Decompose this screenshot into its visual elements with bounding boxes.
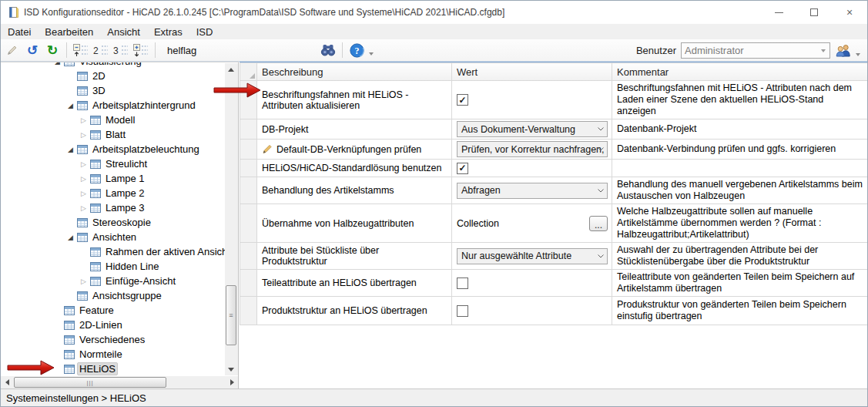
chevron-down-icon (598, 147, 604, 151)
row-gutter-cell[interactable] (240, 160, 257, 177)
tree-item-normteile[interactable]: Normteile (1, 347, 225, 362)
tree-item-blatt[interactable]: ▷Blatt (1, 127, 225, 142)
search-input[interactable] (166, 42, 318, 58)
tree-item-label: Ansichtsgruppe (90, 289, 164, 302)
tree-item-rahmen-der-aktiven-ansicht[interactable]: Rahmen der aktiven Ansicht (1, 244, 225, 259)
checkbox-unchecked[interactable] (457, 305, 468, 317)
edit-button[interactable] (3, 41, 22, 59)
scroll-down-button[interactable] (225, 363, 237, 375)
toolbar-overflow-button[interactable] (367, 42, 376, 59)
collapsed-triangle-icon[interactable]: ▷ (77, 175, 90, 183)
collapsed-triangle-icon[interactable]: ▷ (77, 116, 90, 124)
tree-vertical-scrollbar[interactable]: ≡ (225, 63, 238, 375)
column-header-beschreibung[interactable]: Beschreibung (257, 63, 452, 81)
row-gutter-cell[interactable] (240, 243, 257, 270)
setting-description: Übernahme von Halbzeugattributen (262, 218, 414, 229)
toolbar-separator (342, 42, 343, 58)
value-dropdown[interactable]: Abfragen (457, 183, 608, 199)
table-settings-icon (64, 62, 77, 66)
row-gutter-cell[interactable] (240, 140, 257, 160)
tree-item-ansichten[interactable]: ◢Ansichten (1, 230, 225, 244)
tree-item-visualisierung[interactable]: ◢Visualisierung (1, 62, 225, 69)
menu-bearbeiten[interactable]: Bearbeiten (38, 25, 100, 39)
collapsed-triangle-icon[interactable]: ▷ (77, 204, 90, 212)
tree-item-streulicht[interactable]: ▷Streulicht (1, 156, 225, 171)
tree-item-label: Blatt (103, 128, 128, 141)
close-button[interactable]: × (832, 1, 867, 24)
checkbox-checked[interactable]: ✓ (457, 94, 468, 106)
collapsed-triangle-icon[interactable]: ▷ (77, 278, 90, 285)
expand-level-2-button[interactable]: 2 (92, 41, 110, 59)
menu-datei[interactable]: Datei (1, 25, 38, 39)
expand-tree-button[interactable] (132, 41, 150, 59)
maximize-button[interactable] (796, 1, 832, 24)
settings-tree-panel: ◢Visualisierung2D3D◢Arbeitsplatzhintergr… (1, 62, 239, 388)
tree-item-modell[interactable]: ▷Modell (1, 113, 225, 127)
expanded-triangle-icon[interactable]: ◢ (51, 62, 64, 66)
tree-item-arbeitsplatzbeleuchtung[interactable]: ◢Arbeitsplatzbeleuchtung (1, 142, 225, 156)
tree-item-lampe-1[interactable]: ▷Lampe 1 (1, 171, 225, 186)
column-header-kommentar[interactable]: Kommentar (612, 63, 868, 81)
setting-comment: Welche Halbzeugattribute sollen auf manu… (612, 204, 868, 243)
ellipsis-button[interactable]: ... (589, 216, 608, 231)
tree-item-einf-ge-ansicht[interactable]: ▷Einfüge-Ansicht (1, 274, 225, 288)
table-settings-icon (90, 277, 103, 286)
minimize-button[interactable] (761, 1, 796, 24)
expanded-triangle-icon[interactable]: ◢ (64, 234, 77, 241)
value-dropdown[interactable]: Aus Dokument-Verwaltung (457, 121, 608, 137)
tree-item-2d[interactable]: 2D (1, 69, 225, 83)
scroll-right-button[interactable] (226, 376, 238, 388)
row-gutter-cell[interactable] (240, 81, 257, 119)
collapse-tree-icon (73, 44, 89, 57)
menu-extras[interactable]: Extras (147, 25, 189, 39)
collapsed-triangle-icon[interactable]: ▷ (77, 160, 90, 168)
row-gutter-cell[interactable] (240, 119, 257, 140)
tree-item-hidden-line[interactable]: Hidden Line (1, 259, 225, 274)
tree-item-helios[interactable]: HELiOS (1, 362, 225, 376)
expanded-triangle-icon[interactable]: ◢ (64, 146, 77, 153)
collapse-tree-button[interactable] (72, 41, 90, 59)
scroll-left-button[interactable] (1, 376, 13, 388)
benutzer-dropdown[interactable]: Administrator (681, 42, 830, 59)
tree-item-feature[interactable]: Feature (1, 303, 225, 318)
scroll-up-button[interactable] (225, 63, 237, 76)
checkbox-checked[interactable]: ✓ (457, 163, 468, 174)
expand-level-3-button[interactable]: 3 (112, 41, 130, 59)
row-gutter-cell[interactable] (240, 177, 257, 204)
tree-item-lampe-3[interactable]: ▷Lampe 3 (1, 200, 225, 215)
setting-description: Default-DB-Verknüpfungen prüfen (276, 144, 421, 155)
tree-item-stereoskopie[interactable]: Stereoskopie (1, 215, 225, 230)
tree-item-verschiedenes[interactable]: Verschiedenes (1, 332, 225, 347)
user-management-button[interactable] (834, 42, 853, 60)
tree-item-label: Arbeitsplatzhintergrund (90, 99, 198, 112)
help-button[interactable]: ? (347, 41, 366, 59)
expanded-triangle-icon[interactable]: ◢ (64, 102, 77, 109)
tree-item-ansichtsgruppe[interactable]: Ansichtsgruppe (1, 288, 225, 303)
menu-ansicht[interactable]: Ansicht (100, 25, 147, 39)
svg-text:?: ? (354, 45, 359, 56)
checkbox-unchecked[interactable] (457, 278, 468, 289)
collapsed-triangle-icon[interactable]: ▷ (77, 131, 90, 139)
value-dropdown[interactable]: Prüfen, vor Korrektur nachfragen, (457, 141, 608, 157)
undo-button[interactable]: ↺ (23, 41, 42, 59)
tree-item-arbeitsplatzhintergrund[interactable]: ◢Arbeitsplatzhintergrund (1, 98, 225, 113)
table-settings-icon (64, 306, 77, 315)
row-gutter-cell[interactable] (240, 270, 257, 297)
horizontal-scroll-thumb[interactable]: ||| (14, 377, 166, 388)
tree-item-3d[interactable]: 3D (1, 83, 225, 98)
vertical-scroll-thumb[interactable]: ≡ (226, 285, 236, 345)
table-corner-cell[interactable] (240, 63, 257, 81)
expand-tree-icon (133, 44, 149, 57)
refresh-button[interactable]: ↻ (43, 41, 62, 59)
menu-isd[interactable]: ISD (189, 25, 220, 39)
value-dropdown[interactable]: Nur ausgewählte Attribute (457, 248, 608, 264)
tree-item-2d-linien[interactable]: 2D-Linien (1, 318, 225, 332)
column-header-wert[interactable]: Wert (452, 63, 612, 81)
tree-item-lampe-2[interactable]: ▷Lampe 2 (1, 186, 225, 200)
row-gutter-cell[interactable] (240, 297, 257, 325)
toolbar-overflow-button[interactable] (853, 42, 863, 59)
tree-horizontal-scrollbar[interactable]: ||| (1, 376, 238, 388)
find-button[interactable] (319, 41, 337, 59)
collapsed-triangle-icon[interactable]: ▷ (77, 190, 90, 197)
row-gutter-cell[interactable] (240, 204, 257, 243)
